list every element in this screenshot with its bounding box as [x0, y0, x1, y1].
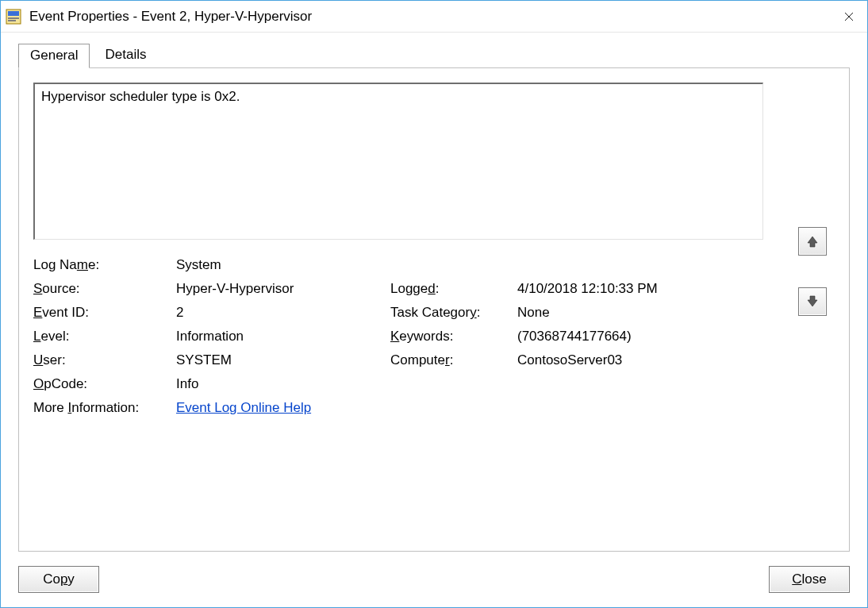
value-log-name: System — [176, 257, 390, 273]
close-icon — [844, 12, 854, 21]
panel-left: Hypervisor scheduler type is 0x2. Log Na… — [33, 83, 790, 540]
window-title: Event Properties - Event 2, Hyper-V-Hype… — [29, 9, 831, 25]
label-keywords: Keywords: — [390, 329, 517, 344]
label-log-name: Log Name: — [33, 257, 176, 273]
svg-rect-3 — [8, 20, 16, 21]
tab-strip: General Details — [18, 42, 850, 67]
next-event-button[interactable] — [798, 287, 827, 316]
window-close-button[interactable] — [831, 1, 867, 33]
value-source: Hyper-V-Hypervisor — [176, 281, 390, 297]
label-level: Level: — [33, 329, 176, 344]
previous-event-button[interactable] — [798, 227, 827, 256]
titlebar: Event Properties - Event 2, Hyper-V-Hype… — [1, 1, 867, 33]
label-user: User: — [33, 352, 176, 368]
event-properties-window: Event Properties - Event 2, Hyper-V-Hype… — [0, 0, 868, 608]
event-log-online-help-link[interactable]: Event Log Online Help — [176, 400, 311, 415]
button-row: Copy Close — [18, 566, 850, 593]
label-computer: Computer: — [390, 352, 517, 368]
copy-button[interactable]: Copy — [18, 566, 99, 593]
svg-marker-6 — [808, 237, 817, 247]
tab-details[interactable]: Details — [93, 43, 158, 67]
svg-rect-2 — [8, 17, 19, 19]
value-event-id: 2 — [176, 305, 390, 321]
value-computer: ContosoServer03 — [517, 352, 724, 368]
arrow-up-icon — [806, 235, 819, 248]
svg-rect-1 — [8, 11, 19, 16]
tab-panel-general: Hypervisor scheduler type is 0x2. Log Na… — [18, 67, 850, 552]
event-description[interactable]: Hypervisor scheduler type is 0x2. — [33, 83, 763, 240]
label-more-info: More Information: — [33, 400, 176, 416]
panel-nav — [790, 83, 835, 540]
value-logged: 4/10/2018 12:10:33 PM — [517, 281, 724, 297]
value-level: Information — [176, 329, 390, 344]
value-keywords: (70368744177664) — [517, 329, 724, 344]
value-task-category: None — [517, 305, 724, 321]
label-task-category: Task Category: — [390, 305, 517, 321]
event-viewer-icon — [6, 9, 21, 25]
label-event-id: Event ID: — [33, 305, 176, 321]
tab-general[interactable]: General — [18, 44, 90, 68]
arrow-down-icon — [806, 295, 819, 308]
content-area: General Details Hypervisor scheduler typ… — [1, 33, 867, 607]
close-button[interactable]: Close — [769, 566, 850, 593]
label-source: Source: — [33, 281, 176, 297]
svg-marker-7 — [808, 296, 817, 306]
event-details-grid: Log Name: System Source: Hyper-V-Hypervi… — [33, 257, 790, 416]
value-user: SYSTEM — [176, 352, 390, 368]
label-opcode: OpCode: — [33, 376, 176, 392]
label-logged: Logged: — [390, 281, 517, 297]
value-opcode: Info — [176, 376, 390, 392]
